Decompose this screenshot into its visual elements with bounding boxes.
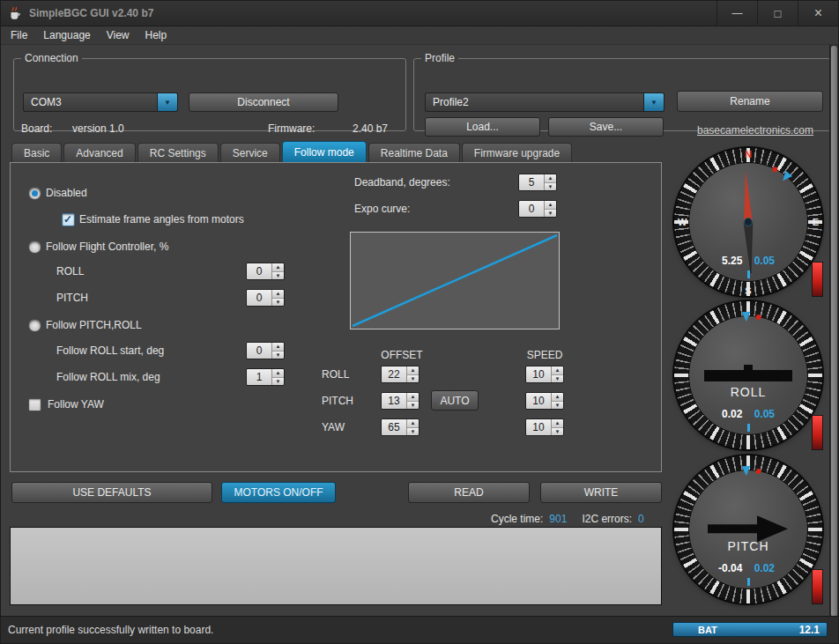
telemetry-row: Cycle time: 901 I2C errors: 0 <box>491 513 644 525</box>
pitch-speed-spinner[interactable]: 10 <box>525 392 564 410</box>
spin-down-icon[interactable] <box>272 352 284 359</box>
yaw-speed-value: 10 <box>526 419 551 435</box>
spinner-arrows <box>551 393 563 409</box>
radio-follow-pr-label: Follow PITCH,ROLL <box>46 319 142 331</box>
spin-up-icon[interactable] <box>545 201 556 210</box>
tab-bar: Basic Advanced RC Settings Service Follo… <box>11 142 574 162</box>
spin-up-icon[interactable] <box>407 419 419 428</box>
roll-error-bar <box>812 415 823 450</box>
spin-up-icon[interactable] <box>272 290 284 299</box>
website-link[interactable]: basecamelectronics.com <box>687 124 823 137</box>
compass-south-label: S <box>674 285 822 296</box>
radio-disabled-label: Disabled <box>46 187 87 199</box>
radio-follow-flight-controller[interactable] <box>28 241 41 254</box>
spin-down-icon[interactable] <box>552 375 563 383</box>
fc-pitch-spinner[interactable]: 0 <box>246 289 285 307</box>
com-port-select[interactable]: COM3 <box>23 93 178 112</box>
spinner-arrows <box>406 419 419 435</box>
compass-west-label: W <box>678 217 687 227</box>
fc-roll-label: ROLL <box>56 263 84 280</box>
spin-up-icon[interactable] <box>272 369 284 378</box>
spin-up-icon[interactable] <box>272 343 284 352</box>
spin-up-icon[interactable] <box>552 393 563 402</box>
auto-button[interactable]: AUTO <box>431 390 479 411</box>
disconnect-button[interactable]: Disconnect <box>189 93 338 112</box>
spin-up-icon[interactable] <box>407 366 419 375</box>
fc-roll-spinner[interactable]: 0 <box>246 263 285 280</box>
spin-down-icon[interactable] <box>407 402 419 410</box>
checkbox-estimate-label: Estimate frame angles from motors <box>79 213 244 226</box>
spin-down-icon[interactable] <box>407 428 419 436</box>
spin-down-icon[interactable] <box>272 272 284 280</box>
spin-down-icon[interactable] <box>545 210 556 218</box>
board-value: version 1.0 <box>72 122 124 135</box>
spinner-arrows <box>544 201 556 217</box>
checkbox-estimate-frame-angles[interactable] <box>62 213 75 226</box>
roll-mix-label: Follow ROLL mix, deg <box>56 368 160 386</box>
log-console <box>10 527 662 605</box>
tab-service[interactable]: Service <box>220 143 280 162</box>
yaw-offset-value: 65 <box>382 419 406 435</box>
error-dot-icon <box>675 302 822 449</box>
spin-up-icon[interactable] <box>272 263 284 272</box>
chevron-down-icon[interactable] <box>157 93 177 111</box>
checkbox-follow-yaw-label: Follow YAW <box>48 398 104 411</box>
yaw-offset-spinner[interactable]: 65 <box>381 418 420 436</box>
checkbox-follow-yaw[interactable] <box>28 398 41 411</box>
status-message: Current profile successfully written to … <box>8 624 213 636</box>
radio-follow-pitch-roll[interactable] <box>28 319 41 332</box>
spin-down-icon[interactable] <box>272 378 284 386</box>
roll-start-spinner[interactable]: 0 <box>246 342 285 359</box>
yaw-speed-spinner[interactable]: 10 <box>525 418 564 436</box>
spin-down-icon[interactable] <box>272 299 284 307</box>
chevron-down-icon[interactable] <box>643 93 664 111</box>
roll-offset-spinner[interactable]: 22 <box>381 366 420 383</box>
spinner-arrows <box>271 369 284 385</box>
spin-down-icon[interactable] <box>552 402 563 410</box>
save-button[interactable]: Save... <box>548 117 664 137</box>
deadband-value: 5 <box>519 174 544 190</box>
spin-up-icon[interactable] <box>407 393 419 402</box>
rename-button[interactable]: Rename <box>677 91 823 112</box>
spin-down-icon[interactable] <box>545 183 556 191</box>
menu-view[interactable]: View <box>99 27 137 43</box>
write-button[interactable]: WRITE <box>540 482 662 503</box>
expo-curve-spinner[interactable]: 0 <box>518 200 557 218</box>
menu-help[interactable]: Help <box>137 27 175 43</box>
radio-disabled[interactable] <box>28 187 41 200</box>
menu-file[interactable]: File <box>3 27 35 43</box>
tab-realtime-data[interactable]: Realtime Data <box>368 143 460 162</box>
com-port-value: COM3 <box>24 93 157 111</box>
profile-select[interactable]: Profile2 <box>425 93 665 112</box>
menu-bar: File Language View Help <box>1 26 838 45</box>
spin-up-icon[interactable] <box>545 174 556 183</box>
maximize-icon[interactable] <box>757 1 798 26</box>
scrollbar-thumb[interactable] <box>831 46 837 617</box>
roll-mix-spinner[interactable]: 1 <box>246 368 285 386</box>
firmware-label: Firmware: <box>268 122 315 135</box>
use-defaults-button[interactable]: USE DEFAULTS <box>11 482 212 503</box>
spin-down-icon[interactable] <box>552 428 563 436</box>
deadband-spinner[interactable]: 5 <box>518 174 557 191</box>
error-dot-icon <box>675 456 822 603</box>
pitch-offset-spinner[interactable]: 13 <box>381 392 420 410</box>
title-bar[interactable]: SimpleBGC GUI v2.40 b7 <box>1 1 838 26</box>
spin-down-icon[interactable] <box>407 375 419 383</box>
tab-advanced[interactable]: Advanced <box>63 143 135 162</box>
tab-basic[interactable]: Basic <box>11 143 62 162</box>
spin-up-icon[interactable] <box>552 366 563 375</box>
minimize-icon[interactable] <box>716 1 757 26</box>
spin-up-icon[interactable] <box>552 419 563 428</box>
roll-speed-spinner[interactable]: 10 <box>525 366 564 383</box>
pitch-speed-value: 10 <box>526 393 551 409</box>
load-button[interactable]: Load... <box>425 117 540 137</box>
vertical-scrollbar[interactable] <box>829 44 838 618</box>
tab-rc-settings[interactable]: RC Settings <box>137 143 219 162</box>
tab-firmware-upgrade[interactable]: Firmware upgrade <box>462 143 572 162</box>
motors-on-off-button[interactable]: MOTORS ON/OFF <box>221 482 336 503</box>
tab-follow-mode[interactable]: Follow mode <box>282 141 367 162</box>
menu-language[interactable]: Language <box>35 27 98 43</box>
close-icon[interactable] <box>798 1 838 26</box>
read-button[interactable]: READ <box>408 482 530 503</box>
connection-legend: Connection <box>21 52 82 64</box>
